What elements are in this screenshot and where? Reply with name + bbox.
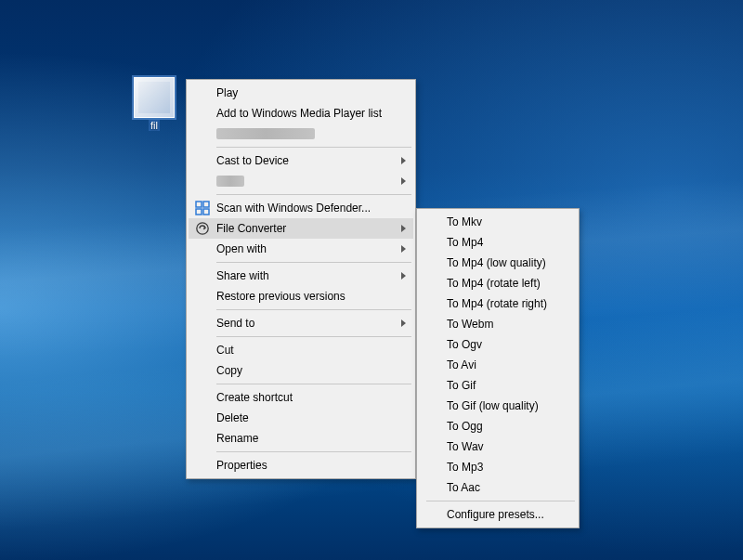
menu-item-send-to[interactable]: Send to <box>189 313 413 333</box>
menu-separator <box>216 451 411 452</box>
menu-label: Restore previous versions <box>216 290 345 303</box>
chevron-right-icon <box>401 272 406 280</box>
menu-label: Add to Windows Media Player list <box>216 107 382 120</box>
menu-item-play[interactable]: Play <box>189 83 413 103</box>
menu-label: Cast to Device <box>216 154 289 167</box>
menu-label: Play <box>216 86 238 99</box>
menu-label: To Aac <box>447 481 480 494</box>
svg-point-4 <box>197 223 208 234</box>
submenu-item-to-aac[interactable]: To Aac <box>419 477 577 498</box>
file-label: fil <box>149 120 160 131</box>
menu-item-cast[interactable]: Cast to Device <box>189 150 413 171</box>
menu-separator <box>216 384 411 384</box>
menu-label: Configure presets... <box>447 508 544 521</box>
menu-label: To Webm <box>447 318 493 331</box>
file-thumbnail-icon <box>134 77 175 118</box>
context-menu: Play Add to Windows Media Player list Ca… <box>186 79 416 479</box>
menu-label: Create shortcut <box>216 391 293 404</box>
menu-item-share-with[interactable]: Share with <box>189 266 413 286</box>
menu-label: To Wav <box>447 440 484 453</box>
menu-separator <box>216 336 411 337</box>
menu-label: To Avi <box>447 358 476 371</box>
redacted-label <box>216 128 315 139</box>
menu-label: Copy <box>216 364 242 377</box>
submenu-item-to-mp4[interactable]: To Mp4 <box>419 232 577 253</box>
menu-label: To Mp4 (low quality) <box>447 256 546 269</box>
chevron-right-icon <box>401 319 406 327</box>
submenu-item-to-gif-low[interactable]: To Gif (low quality) <box>419 396 577 416</box>
menu-label: Rename <box>216 432 258 445</box>
menu-item-create-shortcut[interactable]: Create shortcut <box>189 387 413 408</box>
desktop-file-selected[interactable]: fil <box>126 77 182 134</box>
menu-label: Send to <box>216 317 254 330</box>
menu-label: To Gif <box>447 379 476 392</box>
chevron-right-icon <box>401 177 406 185</box>
menu-label: Delete <box>216 411 249 424</box>
menu-label: To Ogv <box>447 338 482 351</box>
menu-item-copy[interactable]: Copy <box>189 360 413 381</box>
menu-item-scan-defender[interactable]: Scan with Windows Defender... <box>189 198 413 218</box>
windows-defender-icon <box>195 201 210 215</box>
submenu-item-to-mp4-low[interactable]: To Mp4 (low quality) <box>419 253 577 273</box>
file-converter-submenu: To Mkv To Mp4 To Mp4 (low quality) To Mp… <box>416 208 580 528</box>
menu-label: File Converter <box>216 222 286 235</box>
chevron-right-icon <box>401 245 406 253</box>
menu-item-file-converter[interactable]: File Converter <box>189 218 413 239</box>
chevron-right-icon <box>401 157 406 164</box>
menu-label: Properties <box>216 459 267 472</box>
menu-item-delete[interactable]: Delete <box>189 408 413 428</box>
submenu-item-configure-presets[interactable]: Configure presets... <box>419 504 577 525</box>
menu-label: To Mp4 (rotate left) <box>447 277 541 290</box>
menu-separator <box>216 147 411 148</box>
submenu-item-to-mp4-rotate-left[interactable]: To Mp4 (rotate left) <box>419 273 577 293</box>
menu-item-properties[interactable]: Properties <box>189 455 413 475</box>
menu-label: To Mp3 <box>447 461 483 474</box>
menu-separator <box>426 501 575 501</box>
submenu-item-to-gif[interactable]: To Gif <box>419 375 577 396</box>
svg-rect-2 <box>196 209 202 215</box>
submenu-item-to-webm[interactable]: To Webm <box>419 314 577 334</box>
svg-rect-0 <box>196 202 202 207</box>
menu-item-redacted-2[interactable] <box>189 171 413 191</box>
submenu-item-to-ogv[interactable]: To Ogv <box>419 334 577 355</box>
menu-item-rename[interactable]: Rename <box>189 428 413 449</box>
menu-item-restore-previous[interactable]: Restore previous versions <box>189 286 413 306</box>
menu-label: Cut <box>216 344 234 357</box>
submenu-item-to-wav[interactable]: To Wav <box>419 436 577 457</box>
submenu-item-to-mp4-rotate-right[interactable]: To Mp4 (rotate right) <box>419 293 577 314</box>
file-converter-icon <box>195 221 210 236</box>
menu-item-redacted-1[interactable] <box>189 124 413 144</box>
menu-label: To Ogg <box>447 420 483 433</box>
menu-label: To Mp4 (rotate right) <box>447 297 547 310</box>
svg-rect-1 <box>203 202 209 207</box>
svg-rect-3 <box>203 209 209 215</box>
menu-label: To Mkv <box>447 215 482 228</box>
chevron-right-icon <box>401 225 406 232</box>
submenu-item-to-avi[interactable]: To Avi <box>419 355 577 375</box>
submenu-item-to-mp3[interactable]: To Mp3 <box>419 457 577 477</box>
submenu-item-to-ogg[interactable]: To Ogg <box>419 416 577 436</box>
menu-item-cut[interactable]: Cut <box>189 340 413 360</box>
menu-separator <box>216 309 411 310</box>
menu-label: To Gif (low quality) <box>447 399 539 412</box>
menu-item-open-with[interactable]: Open with <box>189 239 413 259</box>
menu-separator <box>216 194 411 195</box>
menu-label: Open with <box>216 242 267 255</box>
redacted-label <box>216 176 244 187</box>
menu-label: Scan with Windows Defender... <box>216 202 371 215</box>
menu-label: Share with <box>216 269 269 282</box>
menu-item-add-wmp[interactable]: Add to Windows Media Player list <box>189 103 413 124</box>
menu-label: To Mp4 <box>447 236 483 249</box>
menu-separator <box>216 262 411 263</box>
submenu-item-to-mkv[interactable]: To Mkv <box>419 212 577 232</box>
